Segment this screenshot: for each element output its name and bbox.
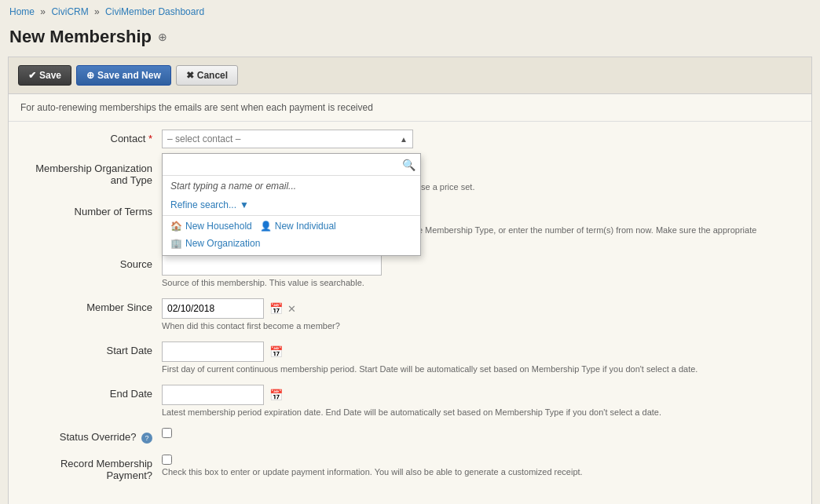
refine-search-button[interactable]: Refine search... ▼	[163, 196, 420, 215]
new-organization-button[interactable]: 🏢 New Organization	[170, 238, 412, 249]
start-date-input[interactable]	[162, 341, 264, 362]
contact-control-group: – select contact – ▲ 🔍 Start typing a na…	[162, 130, 800, 148]
member-since-row: Member Since 📅 ✕ When did this contact f…	[20, 298, 800, 331]
page-title: New Membership	[9, 27, 152, 47]
member-since-controls: 📅 ✕ When did this contact first become a…	[162, 298, 800, 331]
auto-renew-notice: For auto-renewing memberships the emails…	[9, 94, 811, 122]
member-since-input[interactable]	[162, 298, 264, 319]
page-title-area: New Membership ⊕	[0, 24, 820, 57]
new-options-row: 🏠 New Household 👤 New Individual	[163, 216, 420, 236]
member-since-date-group: 📅 ✕	[162, 298, 800, 319]
save-checkmark-icon: ✔	[28, 70, 36, 81]
record-payment-controls: Check this box to enter or update paymen…	[162, 455, 800, 477]
organization-icon: 🏢	[170, 238, 182, 249]
member-since-clear-icon[interactable]: ✕	[287, 303, 296, 315]
record-payment-checkbox-row	[162, 455, 800, 465]
page-help-icon[interactable]: ⊕	[158, 31, 167, 43]
number-of-terms-label: Number of Terms	[20, 203, 162, 217]
contact-row: Contact * – select contact – ▲ 🔍 Start t…	[20, 130, 800, 148]
breadcrumb-home[interactable]: Home	[9, 6, 35, 17]
status-override-checkbox-row	[162, 428, 800, 438]
contact-dropdown-arrow-icon: ▲	[400, 135, 408, 144]
member-since-calendar-icon[interactable]: 📅	[267, 300, 284, 317]
start-date-label: Start Date	[20, 341, 162, 356]
new-organization-row: 🏢 New Organization	[163, 236, 420, 255]
contact-required-star: *	[148, 133, 152, 144]
source-label: Source	[20, 255, 162, 270]
end-date-controls: 📅 Latest membership period expiration da…	[162, 385, 800, 417]
record-payment-help: Check this box to enter or update paymen…	[162, 467, 800, 477]
breadcrumb-dashboard[interactable]: CiviMember Dashboard	[105, 6, 204, 17]
end-date-input[interactable]	[162, 385, 264, 405]
new-individual-button[interactable]: 👤 New Individual	[260, 221, 336, 232]
source-input[interactable]	[162, 255, 382, 276]
member-since-help: When did this contact first become a mem…	[162, 321, 800, 331]
membership-org-type-label: Membership Organization and Type	[20, 159, 162, 186]
contact-search-row: 🔍	[163, 154, 420, 176]
start-date-row: Start Date 📅 First day of current contin…	[20, 341, 800, 374]
search-hint-text: Start typing a name or email...	[163, 176, 420, 196]
start-date-calendar-icon[interactable]: 📅	[267, 343, 284, 360]
member-since-label: Member Since	[20, 298, 162, 313]
status-override-row: Status Override? ?	[20, 428, 800, 444]
contact-select-trigger[interactable]: – select contact – ▲	[162, 130, 413, 148]
cancel-x-icon: ✖	[186, 70, 194, 81]
end-date-calendar-icon[interactable]: 📅	[267, 386, 284, 404]
status-override-help-icon[interactable]: ?	[141, 433, 152, 444]
status-override-label: Status Override? ?	[20, 428, 162, 444]
individual-icon: 👤	[260, 221, 272, 232]
top-toolbar: ✔ Save ⊕ Save and New ✖ Cancel	[9, 57, 811, 94]
record-payment-label: Record Membership Payment?	[20, 455, 162, 481]
refine-arrow-icon: ▼	[240, 199, 249, 210]
status-override-checkbox[interactable]	[162, 428, 172, 438]
record-payment-row: Record Membership Payment? Check this bo…	[20, 455, 800, 481]
start-date-group: 📅	[162, 341, 800, 362]
contact-label: Contact *	[20, 130, 162, 144]
household-icon: 🏠	[170, 221, 182, 232]
source-row: Source Source of this membership. This v…	[20, 255, 800, 287]
save-new-plus-icon: ⊕	[86, 70, 94, 81]
save-and-new-button[interactable]: ⊕ Save and New	[76, 65, 171, 86]
source-help: Source of this membership. This value is…	[162, 278, 800, 287]
main-content: ✔ Save ⊕ Save and New ✖ Cancel For auto-…	[8, 57, 812, 504]
start-date-controls: 📅 First day of current continuous member…	[162, 341, 800, 374]
source-controls: Source of this membership. This value is…	[162, 255, 800, 287]
record-payment-checkbox[interactable]	[162, 455, 172, 465]
new-household-button[interactable]: 🏠 New Household	[170, 221, 252, 232]
search-icon: 🔍	[402, 159, 415, 171]
end-date-group: 📅	[162, 385, 800, 405]
end-date-row: End Date 📅 Latest membership period expi…	[20, 385, 800, 417]
form-area: Contact * – select contact – ▲ 🔍 Start t…	[9, 122, 811, 500]
end-date-help: Latest membership period expiration date…	[162, 407, 800, 417]
breadcrumb-civicrm[interactable]: CiviCRM	[51, 6, 88, 17]
start-date-help: First day of current continuous membersh…	[162, 364, 800, 374]
end-date-label: End Date	[20, 385, 162, 400]
status-override-controls	[162, 428, 800, 438]
breadcrumb: Home » CiviCRM » CiviMember Dashboard	[0, 0, 820, 24]
cancel-button[interactable]: ✖ Cancel	[176, 65, 238, 86]
contact-search-input[interactable]	[167, 157, 402, 172]
contact-dropdown: 🔍 Start typing a name or email... Refine…	[162, 153, 421, 256]
save-button[interactable]: ✔ Save	[18, 65, 71, 86]
